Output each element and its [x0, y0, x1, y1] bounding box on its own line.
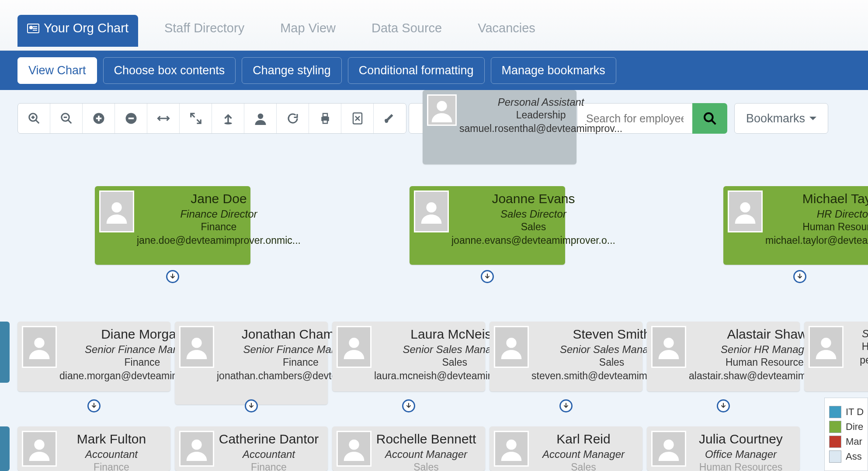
upload-icon [222, 112, 235, 125]
card-title: Office Manager [689, 448, 793, 461]
view-chart-button[interactable]: View Chart [17, 57, 97, 84]
legend-label: Mar [846, 436, 862, 447]
avatar [494, 326, 529, 368]
card-title: Accountant [217, 448, 321, 461]
arrow-down-icon [796, 273, 803, 280]
tab-org-chart[interactable]: Your Org Chart [17, 15, 138, 46]
search-button[interactable] [692, 103, 727, 134]
arrow-down-icon [248, 402, 255, 409]
org-card-director[interactable]: Joanne Evans Sales Director Sales joanne… [410, 186, 565, 265]
expand-toggle[interactable] [559, 399, 573, 412]
card-email: pe [846, 354, 868, 366]
tab-data-source[interactable]: Data Source [362, 15, 451, 46]
expand-icon [189, 112, 202, 125]
card-name: Mark Fulton [59, 432, 163, 447]
manage-bookmarks-button[interactable]: Manage bookmarks [491, 57, 616, 84]
refresh-button[interactable] [277, 104, 309, 133]
card-title: Accountant [59, 448, 163, 461]
swatch-icon [829, 436, 841, 448]
org-card-manager[interactable]: Steven Smith Senior Sales Manager Sales … [490, 322, 642, 391]
export-button[interactable] [341, 104, 374, 133]
minus-circle-icon [125, 112, 138, 125]
card-dept: Human Resources [689, 461, 793, 471]
arrow-down-icon [90, 402, 97, 409]
card-name: Julia Courtney [689, 432, 793, 447]
org-card-manager[interactable]: Jonathan Chambers Senior Finance Manager… [175, 322, 328, 405]
card-name: Michael Taylor [765, 191, 868, 206]
org-card-assistant[interactable]: Personal Assistant Leadership samuel.ros… [423, 90, 576, 164]
conditional-format-button[interactable]: Conditional formatting [348, 57, 485, 84]
expand-toggle[interactable] [87, 399, 101, 412]
zoom-out-button[interactable] [50, 104, 83, 133]
offscreen-card-left[interactable] [0, 426, 10, 471]
file-export-icon [351, 112, 364, 125]
expand-toggle[interactable] [402, 399, 415, 412]
expand-toggle[interactable] [717, 399, 730, 412]
card-email: joanne.evans@devteamimprover.o... [451, 235, 615, 246]
avatar [22, 326, 57, 368]
zoom-in-icon [28, 112, 41, 125]
avatar [179, 326, 214, 368]
org-card-leaf[interactable]: Rochelle Bennett Account Manager Sales [332, 426, 485, 471]
caret-down-icon [809, 117, 816, 124]
org-card-manager[interactable]: Laura McNeish Senior Sales Manager Sales… [332, 322, 485, 391]
card-dept: H [846, 341, 868, 353]
card-dept: Finance [137, 221, 301, 233]
expand-toggle[interactable] [245, 399, 258, 412]
arrow-down-icon [484, 273, 491, 280]
refresh-icon [286, 112, 299, 125]
focus-person-button[interactable] [244, 104, 277, 133]
styling-brush-button[interactable] [374, 104, 406, 133]
card-dept: Sales [531, 461, 635, 471]
print-button[interactable] [309, 104, 341, 133]
arrow-down-icon [720, 402, 727, 409]
card-dept: Finance [217, 461, 321, 471]
fullscreen-button[interactable] [180, 104, 212, 133]
fit-width-button[interactable] [147, 104, 180, 133]
expand-toggle[interactable] [166, 270, 179, 283]
legend-label: IT D [846, 406, 864, 418]
card-title: Account Manager [374, 448, 478, 461]
org-chart-canvas[interactable]: Edit Mode Bookmarks [0, 90, 868, 471]
bookmarks-dropdown[interactable]: Bookmarks [734, 103, 828, 134]
org-card-leaf[interactable]: Karl Reid Account Manager Sales [490, 426, 642, 471]
choose-box-button[interactable]: Choose box contents [103, 57, 236, 84]
legend-item: Mar [829, 436, 863, 448]
org-card-manager[interactable]: Alastair Shaw Senior HR Manager Human Re… [647, 322, 800, 391]
arrows-h-icon [157, 112, 170, 125]
add-button[interactable] [83, 104, 115, 133]
card-dept: Human Resources [765, 221, 868, 233]
org-card-manager[interactable]: S H pe [804, 322, 868, 391]
org-card-leaf[interactable]: Mark Fulton Accountant Finance [17, 426, 170, 471]
card-title: Sales Director [451, 208, 615, 220]
avatar [179, 431, 214, 467]
change-styling-button[interactable]: Change styling [242, 57, 342, 84]
card-email: michael.taylor@devteamimprover... [765, 235, 868, 246]
offscreen-card-left[interactable] [0, 322, 10, 383]
org-card-leaf[interactable]: Catherine Dantor Accountant Finance [175, 426, 328, 471]
go-top-button[interactable] [212, 104, 244, 133]
org-card-director[interactable]: Jane Doe Finance Director Finance jane.d… [95, 186, 250, 265]
legend-item: IT D [829, 406, 863, 418]
tab-map-view[interactable]: Map View [271, 15, 345, 46]
swatch-icon [829, 450, 841, 463]
zoom-in-button[interactable] [18, 104, 50, 133]
expand-toggle[interactable] [481, 270, 494, 283]
avatar [809, 326, 844, 368]
card-dept: Finance [59, 461, 163, 471]
zoom-out-icon [60, 112, 73, 125]
expand-toggle[interactable] [793, 270, 806, 283]
avatar [414, 190, 449, 232]
legend-label: Ass [846, 451, 862, 462]
arrow-down-icon [405, 402, 412, 409]
org-card-director[interactable]: Michael Taylor HR Director Human Resourc… [723, 186, 868, 265]
card-name: Catherine Dantor [217, 432, 321, 447]
card-name: Karl Reid [531, 432, 635, 447]
card-title: Personal Assistant [459, 96, 622, 108]
tab-staff-directory[interactable]: Staff Directory [155, 15, 254, 46]
tab-vacancies[interactable]: Vacancies [468, 15, 545, 46]
remove-button[interactable] [115, 104, 147, 133]
org-card-leaf[interactable]: Julia Courtney Office Manager Human Reso… [647, 426, 800, 471]
org-card-manager[interactable]: Diane Morgan Senior Finance Manager Fina… [17, 322, 170, 391]
card-name: Jane Doe [137, 191, 301, 206]
